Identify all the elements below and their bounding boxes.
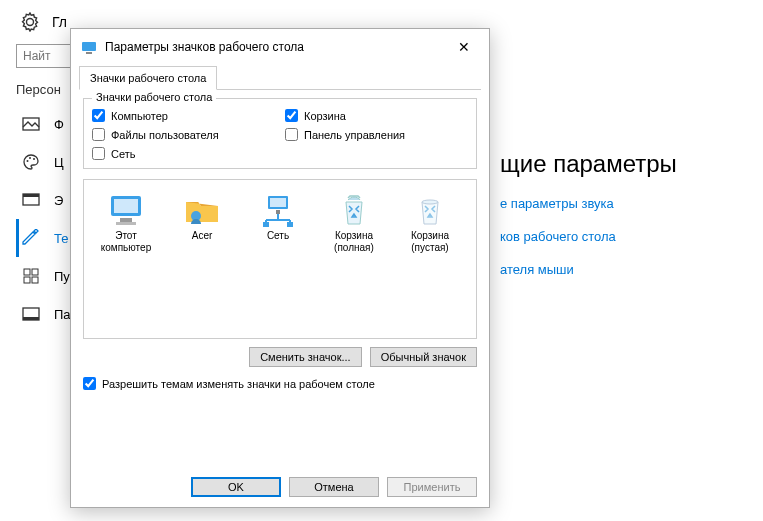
svg-rect-20 bbox=[270, 198, 286, 207]
svg-rect-8 bbox=[24, 277, 30, 283]
checkbox-input[interactable] bbox=[92, 109, 105, 122]
svg-point-2 bbox=[29, 157, 31, 159]
nav-label: Па bbox=[54, 307, 71, 322]
ok-button[interactable]: OK bbox=[191, 477, 281, 497]
link-sound[interactable]: е параметры звука bbox=[500, 196, 677, 211]
taskbar-icon bbox=[22, 305, 40, 323]
svg-point-3 bbox=[33, 158, 35, 160]
nav-label: Э bbox=[54, 193, 63, 208]
svg-rect-13 bbox=[86, 52, 92, 54]
checkbox-cpanel[interactable]: Панель управления bbox=[285, 128, 468, 141]
apply-button[interactable]: Применить bbox=[387, 477, 477, 497]
checkbox-userfiles[interactable]: Файлы пользователя bbox=[92, 128, 275, 141]
svg-rect-21 bbox=[276, 210, 280, 214]
nav-label: Ц bbox=[54, 155, 64, 170]
checkbox-label: Компьютер bbox=[111, 110, 168, 122]
picture-icon bbox=[22, 115, 40, 133]
nav-label: Ф bbox=[54, 117, 64, 132]
svg-rect-15 bbox=[114, 199, 138, 213]
close-button[interactable]: ✕ bbox=[449, 35, 479, 59]
icon-user-folder[interactable]: Acer bbox=[166, 190, 238, 255]
checkbox-input[interactable] bbox=[83, 377, 96, 390]
icon-label: Acer bbox=[168, 230, 236, 242]
checkbox-recycle[interactable]: Корзина bbox=[285, 109, 468, 122]
svg-rect-9 bbox=[32, 277, 38, 283]
icon-preview-area: Этот компьютер Acer Сеть Корзина (полная… bbox=[83, 179, 477, 339]
gear-icon bbox=[20, 12, 40, 32]
checkbox-label: Разрешить темам изменять значки на рабоч… bbox=[102, 378, 375, 390]
checkbox-label: Сеть bbox=[111, 148, 135, 160]
themes-icon bbox=[22, 229, 40, 247]
svg-rect-23 bbox=[287, 222, 293, 227]
folder-user-icon bbox=[182, 192, 222, 228]
svg-rect-11 bbox=[23, 317, 39, 320]
close-icon: ✕ bbox=[458, 39, 470, 55]
dialog-titlebar[interactable]: Параметры значков рабочего стола ✕ bbox=[71, 29, 489, 65]
checkbox-input[interactable] bbox=[92, 128, 105, 141]
nav-label: Те bbox=[54, 231, 68, 246]
palette-icon bbox=[22, 153, 40, 171]
nav-label: Пу bbox=[54, 269, 70, 284]
lockscreen-icon bbox=[22, 191, 40, 209]
recycle-full-icon bbox=[334, 192, 374, 228]
svg-rect-22 bbox=[263, 222, 269, 227]
svg-rect-12 bbox=[82, 42, 96, 51]
checkbox-allow-themes[interactable]: Разрешить темам изменять значки на рабоч… bbox=[83, 377, 477, 390]
icon-recycle-empty[interactable]: Корзина (пустая) bbox=[394, 190, 466, 255]
desktop-icon-settings-dialog: Параметры значков рабочего стола ✕ Значк… bbox=[70, 28, 490, 508]
icon-label: Корзина (полная) bbox=[320, 230, 388, 253]
svg-point-24 bbox=[422, 200, 438, 204]
settings-title: Гл bbox=[52, 14, 67, 30]
checkbox-network[interactable]: Сеть bbox=[92, 147, 275, 160]
default-icon-button[interactable]: Обычный значок bbox=[370, 347, 477, 367]
checkbox-computer[interactable]: Компьютер bbox=[92, 109, 275, 122]
link-desktop-icons[interactable]: ков рабочего стола bbox=[500, 229, 677, 244]
dialog-icon bbox=[81, 39, 97, 55]
svg-rect-17 bbox=[116, 222, 136, 225]
checkbox-label: Корзина bbox=[304, 110, 346, 122]
start-icon bbox=[22, 267, 40, 285]
network-icon bbox=[258, 192, 298, 228]
cancel-button[interactable]: Отмена bbox=[289, 477, 379, 497]
tab-desktop-icons[interactable]: Значки рабочего стола bbox=[79, 66, 217, 90]
svg-rect-5 bbox=[23, 194, 39, 197]
svg-rect-7 bbox=[32, 269, 38, 275]
icon-this-pc[interactable]: Этот компьютер bbox=[90, 190, 162, 255]
icon-network[interactable]: Сеть bbox=[242, 190, 314, 255]
checkbox-input[interactable] bbox=[285, 109, 298, 122]
computer-icon bbox=[106, 192, 146, 228]
svg-rect-16 bbox=[120, 218, 132, 222]
link-mouse[interactable]: ателя мыши bbox=[500, 262, 677, 277]
related-title: щие параметры bbox=[500, 150, 677, 178]
svg-point-1 bbox=[27, 160, 29, 162]
recycle-empty-icon bbox=[410, 192, 450, 228]
dialog-title: Параметры значков рабочего стола bbox=[105, 40, 304, 54]
icon-label: Сеть bbox=[244, 230, 312, 242]
icon-recycle-full[interactable]: Корзина (полная) bbox=[318, 190, 390, 255]
icon-label: Корзина (пустая) bbox=[396, 230, 464, 253]
checkbox-label: Файлы пользователя bbox=[111, 129, 219, 141]
groupbox-icons: Значки рабочего стола Компьютер Корзина … bbox=[83, 98, 477, 169]
change-icon-button[interactable]: Сменить значок... bbox=[249, 347, 362, 367]
groupbox-title: Значки рабочего стола bbox=[92, 91, 216, 103]
icon-label: Этот компьютер bbox=[92, 230, 160, 253]
checkbox-input[interactable] bbox=[285, 128, 298, 141]
svg-rect-6 bbox=[24, 269, 30, 275]
checkbox-label: Панель управления bbox=[304, 129, 405, 141]
checkbox-input[interactable] bbox=[92, 147, 105, 160]
